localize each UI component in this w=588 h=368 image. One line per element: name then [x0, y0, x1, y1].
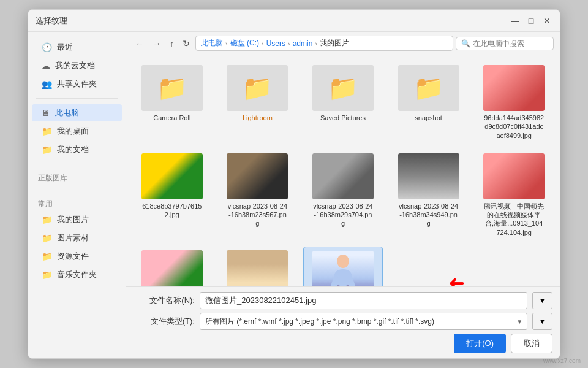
main-dialog: 选择纹理 — □ ✕ 🕐 最近 ☁ 我的云文档 👥 共享文件夹 🖥	[28, 9, 560, 359]
breadcrumb-users[interactable]: Users	[266, 39, 285, 48]
folder-lightroom[interactable]: 📁 Lightroom	[218, 61, 298, 144]
breadcrumb-admin[interactable]: admin	[293, 39, 313, 48]
file-label-vlcsnap3: vlcsnap-2023-08-24-16h38m34s949.png	[398, 202, 459, 228]
breadcrumb-thispc[interactable]: 此电脑	[201, 38, 223, 48]
folder-thumb-saved-pictures: 📁	[312, 65, 374, 111]
file-thumb-vlcsnap3	[398, 153, 459, 199]
file-long[interactable]: 96dda144ad345982d9c8d07c0ff431adcaef8499…	[474, 61, 554, 144]
search-box: 🔍	[456, 37, 554, 50]
sidebar-item-imgmats[interactable]: 📁 图片素材	[32, 229, 122, 247]
search-icon: 🔍	[461, 39, 470, 48]
forward-button[interactable]: →	[149, 37, 164, 50]
file-label-tulips: 618ce8b3797b76152.jpg	[141, 202, 203, 220]
sidebar-item-shared[interactable]: 👥 共享文件夹	[32, 75, 122, 93]
bottom-bar: 文件名称(N): ▼ 文件类型(T): ▼ 打开(O) 取消	[126, 286, 560, 358]
clock-icon: 🕐	[42, 42, 52, 52]
sidebar-label-music: 音乐文件夹	[57, 269, 97, 280]
sidebar-label-imgmats: 图片素材	[57, 232, 89, 243]
file-weixin1[interactable]: 微信截图_20230808105540.png	[132, 247, 212, 286]
folder-thumb-lightroom: 📁	[227, 65, 288, 111]
file-vlcsnap2[interactable]: vlcsnap-2023-08-24-16h38m29s704.png	[303, 150, 383, 240]
sidebar-label-shared: 共享文件夹	[57, 79, 97, 90]
file-vlcsnap1[interactable]: vlcsnap-2023-08-24-16h38m23s567.png	[218, 150, 298, 240]
toolbar: ← → ↑ ↻ 此电脑 › 磁盘 (C:) › Users › admin › …	[126, 32, 560, 55]
sidebar-item-music[interactable]: 📁 音乐文件夹	[32, 266, 122, 283]
file-grid-row3: 微信截图_20230808105540.png 微信截图_20230817112…	[132, 247, 554, 286]
file-label-vlcsnap1: vlcsnap-2023-08-24-16h38m23s567.png	[227, 202, 288, 228]
bottom-actions: 打开(O) 取消	[134, 334, 552, 353]
sidebar-label-mydocs: 我的文档	[57, 144, 89, 155]
up-button[interactable]: ↑	[167, 37, 177, 50]
sidebar-label-cloud: 我的云文档	[55, 60, 95, 71]
sidebar-item-mydocs[interactable]: 📁 我的文档	[32, 141, 122, 158]
girl-svg	[325, 254, 361, 286]
minimize-button[interactable]: —	[510, 15, 521, 26]
file-weixin3-selected[interactable]: 微信图片_20230822102451.jpg	[303, 247, 383, 286]
sidebar-item-thispc[interactable]: 🖥 此电脑	[32, 104, 122, 121]
filename-dropdown-btn[interactable]: ▼	[532, 292, 552, 309]
breadcrumb-sep-1: ›	[225, 40, 228, 47]
red-arrow-right: ➜	[448, 272, 465, 286]
sidebar-item-resources[interactable]: 📁 资源文件	[32, 248, 122, 265]
cancel-button[interactable]: 取消	[511, 334, 552, 353]
folder-label-snapshot: snapshot	[415, 113, 442, 122]
folder-icon-music: 📁	[42, 270, 52, 280]
folder-icon-mypics: 📁	[42, 215, 52, 224]
filetype-row: 文件类型(T): ▼	[134, 313, 552, 330]
file-vlcsnap3[interactable]: vlcsnap-2023-08-24-16h38m34s949.png	[389, 150, 469, 240]
empty-cell	[474, 247, 554, 286]
sidebar-label-mypics: 我的图片	[57, 214, 89, 225]
sidebar-divider-3	[36, 190, 118, 190]
filename-label: 文件名称(N):	[134, 295, 195, 306]
cloud-icon: ☁	[42, 61, 50, 71]
close-button[interactable]: ✕	[541, 15, 552, 26]
folder-saved-pictures[interactable]: 📁 Saved Pictures	[303, 61, 383, 144]
section-title-gallery: 正版图库	[28, 169, 126, 185]
sidebar-divider-1	[36, 98, 118, 99]
filetype-input[interactable]	[200, 313, 527, 330]
file-tulips[interactable]: 618ce8b3797b76152.jpg	[132, 150, 212, 240]
folder-icon-resources: 📁	[42, 251, 52, 261]
sidebar-label-desktop: 我的桌面	[57, 126, 89, 137]
folder-icon-lightroom: 📁	[242, 74, 273, 102]
file-thumb-weixin1	[141, 250, 203, 286]
file-label-tencent: 腾讯视频 - 中国领先的在线视频媒体平台,海量...0913_104724.10…	[483, 202, 545, 237]
file-thumb-weixin2	[227, 250, 288, 286]
svg-point-0	[337, 255, 349, 268]
breadcrumb-current: 我的图片	[320, 38, 349, 48]
sidebar-item-recent[interactable]: 🕐 最近	[32, 39, 122, 56]
shared-icon: 👥	[42, 79, 52, 89]
file-grid-row1: 📁 Camera Roll 📁 Lightroom 📁	[132, 61, 554, 144]
filename-input[interactable]	[200, 292, 527, 309]
refresh-button[interactable]: ↻	[179, 37, 193, 50]
sidebar-item-desktop[interactable]: 📁 我的桌面	[32, 123, 122, 140]
file-tencent[interactable]: 腾讯视频 - 中国领先的在线视频媒体平台,海量...0913_104724.10…	[474, 150, 554, 240]
file-thumb-vlcsnap1	[227, 153, 288, 199]
sidebar-item-mypics[interactable]: 📁 我的图片	[32, 211, 122, 228]
filetype-label: 文件类型(T):	[134, 316, 195, 327]
folder-icon-imgmats: 📁	[42, 233, 52, 243]
folder-icon-mydocs: 📁	[42, 145, 52, 155]
folder-thumb-snapshot: 📁	[398, 65, 459, 111]
folder-icon-desktop: 📁	[42, 126, 52, 136]
breadcrumb-sep-3: ›	[288, 40, 290, 47]
folder-camera-roll[interactable]: 📁 Camera Roll	[132, 61, 212, 144]
search-input[interactable]	[473, 39, 552, 48]
file-thumb-tulips	[141, 153, 203, 199]
folder-icon-snapshot: 📁	[413, 74, 444, 102]
breadcrumb-drive[interactable]: 磁盘 (C:)	[230, 38, 259, 48]
maximize-button[interactable]: □	[526, 15, 537, 26]
folder-icon-camera-roll: 📁	[157, 74, 187, 102]
file-label-long: 96dda144ad345982d9c8d07c0ff431adcaef8499…	[483, 113, 545, 140]
back-button[interactable]: ←	[132, 37, 147, 50]
file-weixin2[interactable]: 微信截图_20230817112700.png	[218, 247, 298, 286]
computer-icon: 🖥	[42, 108, 50, 118]
open-button[interactable]: 打开(O)	[454, 334, 506, 353]
sidebar-item-cloud[interactable]: ☁ 我的云文档	[32, 57, 122, 74]
folder-snapshot[interactable]: 📁 snapshot	[389, 61, 469, 144]
folder-label-saved-pictures: Saved Pictures	[320, 113, 366, 122]
filetype-dropdown-btn[interactable]: ▼	[532, 313, 552, 330]
file-thumb-long	[483, 65, 545, 111]
sidebar-label-resources: 资源文件	[57, 251, 89, 262]
folder-icon-saved-pictures: 📁	[328, 74, 358, 102]
